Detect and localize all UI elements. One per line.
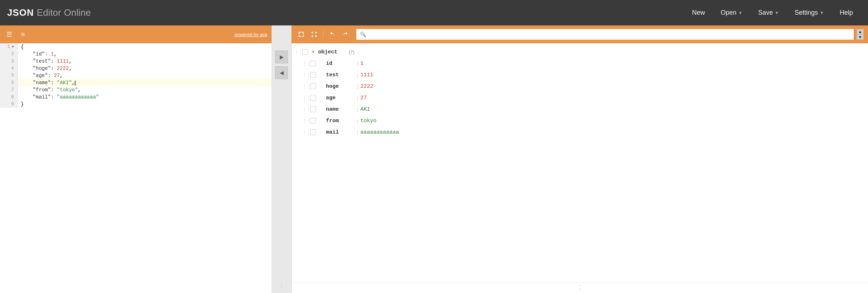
id-drag-handle[interactable]: ⋮⋮ — [302, 61, 309, 66]
tree-row-age: ⋮⋮ age : 27 — [292, 92, 868, 104]
main-layout: ☰ ≡ powered by ace 1▼ { 2 "id": 1, — [0, 25, 868, 293]
search-up-button[interactable]: ▲ — [857, 29, 864, 34]
tree-row-mail: ⋮⋮ mail : aaaaaaaaaaaa — [292, 126, 868, 138]
line-num-2: 2 — [0, 51, 18, 58]
age-value: 27 — [360, 95, 367, 101]
age-checkbox[interactable] — [310, 95, 316, 101]
left-toolbar-icons: ☰ ≡ — [4, 29, 28, 39]
tree-row-name: ⋮⋮ name : AKI — [292, 104, 868, 115]
new-label: New — [692, 9, 705, 16]
mail-drag-handle[interactable]: ⋮⋮ — [302, 130, 309, 135]
code-editor[interactable]: 1▼ { 2 "id": 1, 3 "test": 1111, 4 "ho — [0, 43, 272, 293]
id-checkbox[interactable] — [310, 61, 316, 66]
nav-buttons: New Open ▼ Save ▼ Settings ▼ Help — [684, 0, 861, 25]
open-arrow: ▼ — [738, 10, 742, 15]
save-arrow: ▼ — [775, 10, 779, 15]
save-button[interactable]: Save ▼ — [750, 0, 787, 25]
tree-row-from: ⋮⋮ from : tokyo — [292, 115, 868, 126]
arrow-panel: ▶ ◀ ⋮ — [272, 25, 292, 293]
tree-row-id: ⋮⋮ id : 1 — [292, 58, 868, 69]
test-key: test — [326, 72, 355, 78]
line-content-9[interactable]: } — [18, 101, 272, 108]
new-button[interactable]: New — [684, 0, 713, 25]
tree-root-row: ⋮⋮ ▼ object {7} — [292, 46, 868, 58]
line-content-2[interactable]: "id": 1, — [18, 51, 272, 58]
root-expand[interactable]: ▼ — [311, 49, 317, 54]
save-label: Save — [758, 9, 773, 16]
code-lines: 1▼ { 2 "id": 1, 3 "test": 1111, 4 "ho — [0, 43, 272, 108]
undo-icon[interactable] — [327, 29, 338, 40]
code-line-7: 7 "from": "tokyo", — [0, 86, 272, 93]
search-down-button[interactable]: ▼ — [857, 34, 864, 40]
age-drag-handle[interactable]: ⋮⋮ — [302, 95, 309, 100]
right-toolbar: ▲ ▼ — [292, 25, 868, 43]
from-key: from — [326, 118, 355, 124]
code-line-4: 4 "hoge": 2222, — [0, 65, 272, 72]
left-panel: ☰ ≡ powered by ace 1▼ { 2 "id": 1, — [0, 25, 272, 293]
test-value: 1111 — [360, 72, 373, 78]
root-drag-handle[interactable]: ⋮⋮ — [294, 49, 301, 54]
line-content-6[interactable]: "name": "AKI", — [18, 79, 272, 86]
code-line-5: 5 "age": 27, — [0, 72, 272, 79]
line-num-7: 7 — [0, 86, 18, 93]
name-key: name — [326, 106, 355, 112]
settings-button[interactable]: Settings ▼ — [787, 0, 832, 25]
settings-arrow: ▼ — [820, 10, 824, 15]
logo: JSON Editor Online — [7, 7, 91, 18]
from-drag-handle[interactable]: ⋮⋮ — [302, 118, 309, 123]
code-line-2: 2 "id": 1, — [0, 51, 272, 58]
line-content-1[interactable]: { — [18, 43, 272, 51]
line-content-4[interactable]: "hoge": 2222, — [18, 65, 272, 72]
search-input[interactable] — [356, 29, 854, 40]
tree-row-test: ⋮⋮ test : 1111 — [292, 69, 868, 81]
tree-row-hoge: ⋮⋮ hoge : 2222 — [292, 81, 868, 92]
root-checkbox[interactable] — [302, 49, 308, 55]
root-key: object — [318, 49, 347, 55]
name-drag-handle[interactable]: ⋮⋮ — [302, 107, 309, 112]
line-content-3[interactable]: "test": 1111, — [18, 58, 272, 65]
code-line-8: 8 "mail": "aaaaaaaaaaaa" — [0, 93, 272, 101]
line-num-5: 5 — [0, 72, 18, 79]
search-arrows: ▲ ▼ — [857, 29, 864, 40]
line-num-4: 4 — [0, 65, 18, 72]
line-num-8: 8 — [0, 93, 18, 101]
redo-icon[interactable] — [340, 29, 351, 40]
open-button[interactable]: Open ▼ — [713, 0, 750, 25]
left-toolbar: ☰ ≡ powered by ace — [0, 25, 272, 43]
list-icon[interactable]: ≡ — [18, 29, 28, 39]
right-panel: ▲ ▼ ⋮⋮ ▼ object {7} ⋮⋮ id : 1 — [292, 25, 868, 293]
code-line-1: 1▼ { — [0, 43, 272, 51]
line-content-8[interactable]: "mail": "aaaaaaaaaaaa" — [18, 93, 272, 101]
mail-value: aaaaaaaaaaaa — [360, 129, 399, 135]
line-num-3: 3 — [0, 58, 18, 65]
code-line-6: 6 "name": "AKI", — [0, 79, 272, 86]
hoge-checkbox[interactable] — [310, 83, 316, 89]
id-key: id — [326, 61, 355, 67]
id-value: 1 — [360, 61, 364, 67]
line-content-7[interactable]: "from": "tokyo", — [18, 86, 272, 93]
powered-by-link[interactable]: powered by ace — [234, 32, 267, 37]
right-arrow-button[interactable]: ▶ — [275, 51, 288, 63]
name-checkbox[interactable] — [310, 106, 316, 112]
line-content-5[interactable]: "age": 27, — [18, 72, 272, 79]
age-key: age — [326, 95, 355, 101]
from-checkbox[interactable] — [310, 118, 316, 124]
help-button[interactable]: Help — [832, 0, 861, 25]
collapse-all-icon[interactable] — [309, 29, 320, 40]
hamburger-icon[interactable]: ☰ — [4, 29, 14, 39]
line-num-1: 1▼ — [0, 43, 18, 51]
expand-all-icon[interactable] — [296, 29, 307, 40]
test-drag-handle[interactable]: ⋮⋮ — [302, 72, 309, 77]
left-arrow-button[interactable]: ◀ — [275, 66, 288, 79]
bottom-handle[interactable]: ⋮ — [278, 282, 285, 293]
top-nav: JSON Editor Online New Open ▼ Save ▼ Set… — [0, 0, 868, 25]
tree-view: ⋮⋮ ▼ object {7} ⋮⋮ id : 1 ⋮⋮ test — [292, 43, 868, 282]
bottom-dots: ⋮ — [292, 282, 868, 293]
hoge-key: hoge — [326, 83, 355, 90]
test-checkbox[interactable] — [310, 72, 316, 78]
search-container — [356, 29, 854, 40]
line-num-6: 6 — [0, 79, 18, 86]
logo-editor: Editor — [37, 7, 61, 18]
hoge-drag-handle[interactable]: ⋮⋮ — [302, 84, 309, 89]
mail-checkbox[interactable] — [310, 129, 316, 135]
